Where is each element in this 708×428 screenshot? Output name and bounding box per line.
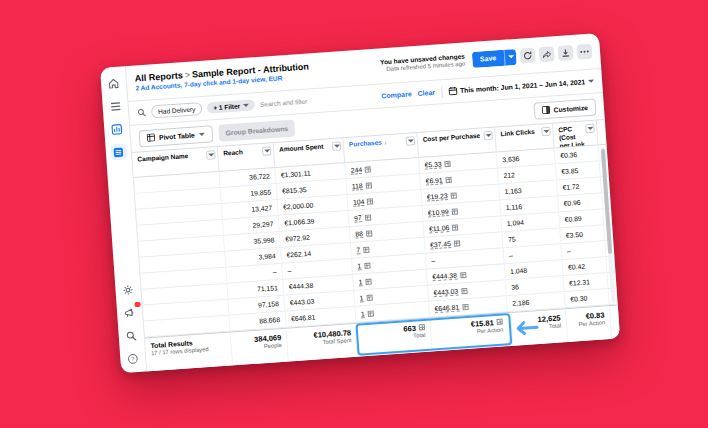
search-input[interactable]: Search and filter [260,93,377,108]
breakdown-grid-icon [454,240,460,246]
breakdown-grid-icon [365,278,371,284]
breakdown-grid-icon [496,319,502,325]
column-menu-button[interactable] [332,141,342,151]
breakdown-grid-icon [462,303,468,309]
cell-cpc: €1.72 [557,177,602,195]
menu-icon[interactable] [107,97,124,114]
cell-cpc: €0.96 [558,193,603,211]
caret-down-icon [208,153,214,156]
svg-text:?: ? [131,355,135,361]
customize-panel-icon [541,106,550,115]
notification-badge [134,302,140,307]
breakdown-grid-icon [450,192,456,198]
cell-cpc: €3.50 [560,225,605,243]
totals-label-cell: Total Results 17 / 17 rows displayed [145,333,233,372]
cell-cpc: €0.30 [565,289,610,307]
total-purchases-cell[interactable]: 663 Total [356,319,432,357]
had-delivery-chip[interactable]: Had Delivery [151,102,203,119]
customize-button[interactable]: Customize [533,98,596,119]
caret-down-icon [407,139,413,142]
col-header-reach[interactable]: Reach [218,143,276,171]
breakdown-grid-icon [367,310,373,316]
caret-down-icon [588,80,594,83]
breakdown-grid-icon [366,294,372,300]
total-reach-cell: 384,069 People [231,329,289,366]
caret-down-icon [508,55,514,58]
group-breakdowns-button: Group Breakdowns [218,119,296,141]
home-icon[interactable] [105,75,122,92]
search-icon [137,108,147,118]
total-spent-cell: €10,480.78 Total Spent [287,324,359,362]
breakdown-grid-icon [444,160,450,166]
sort-desc-icon: ↓ [383,138,387,145]
column-menu-button[interactable] [262,146,272,156]
export-download-button[interactable] [558,45,574,61]
search-rail-icon[interactable] [123,327,140,344]
breakdown-grid-icon [460,271,466,277]
cell-cpc: €12.31 [564,273,609,291]
cell-cpc: €0.36 [555,145,600,163]
cell-cpc: €3.85 [556,161,601,179]
ads-reporting-icon[interactable] [110,143,127,160]
date-range-picker[interactable]: This month: Jun 1, 2021 – Jun 14, 2021 [448,77,595,96]
col-header-amount-spent[interactable]: Amount Spent [274,138,346,167]
breakdown-grid-icon [365,182,371,188]
caret-down-icon [333,144,339,147]
report-table: Campaign Name Reach Amount Spent Purchas… [132,119,620,372]
column-menu-button[interactable] [406,136,416,146]
breakdown-grid-icon [365,166,371,172]
breakdown-grid-icon [419,324,425,330]
col-header-purchases[interactable]: Purchases ↓ [343,133,418,162]
column-menu-button[interactable] [206,150,216,160]
ads-reporting-window: ? All Reports>Sample Report - Attributio… [100,33,620,373]
caret-down-icon [243,104,249,107]
caret-down-icon [587,127,593,130]
breakdown-grid-icon [451,208,457,214]
callout-left-arrow-icon [513,320,540,336]
breakdown-grid-icon [445,176,451,182]
breakdown-grid-icon [364,214,370,220]
breakdown-grid-icon [367,198,373,204]
save-dropdown[interactable] [504,48,517,65]
divider [441,86,443,98]
caret-down-icon [264,149,270,152]
breakdown-grid-icon [452,224,458,230]
save-split-button[interactable]: Save [471,48,516,67]
caret-down-icon [485,134,491,137]
help-icon[interactable]: ? [124,350,141,367]
save-button[interactable]: Save [471,49,504,67]
caret-down-icon [543,130,549,133]
save-status: You have unsaved changes Data refreshed … [380,52,466,74]
more-options-button[interactable] [577,44,593,60]
col-header-cpc[interactable]: CPC (Cost per Link Click) [553,120,599,147]
breakdown-grid-icon [461,287,467,293]
column-menu-button[interactable] [483,131,493,141]
column-menu-button[interactable] [585,124,595,134]
column-menu-button[interactable] [541,127,551,137]
col-header-link-clicks[interactable]: Link Clicks [495,124,555,152]
pivot-table-icon [147,133,156,142]
breakdown-grid-icon [364,262,370,268]
total-cpp-cell[interactable]: €15.81 Per Action [430,313,510,351]
breakdown-grid-icon [363,246,369,252]
cell-cpc: €0.89 [559,209,604,227]
cell-cpc: €0.42 [563,257,608,275]
notifications-megaphone-icon[interactable] [121,304,138,321]
share-button[interactable] [539,46,555,62]
total-cpc-cell: €0.83 Per Action [566,306,612,342]
caret-down-icon [199,132,205,135]
calendar-icon [448,86,458,96]
filter-count-chip[interactable]: + 1 Filter [207,99,256,113]
pivot-table-button[interactable]: Pivot Table [138,125,213,147]
refresh-button[interactable] [520,48,536,64]
breakdown-grid-icon [366,230,372,236]
compare-link[interactable]: Compare [381,90,412,99]
ads-manager-icon[interactable] [108,120,125,137]
settings-gear-icon[interactable] [119,281,136,298]
date-range-text: This month: Jun 1, 2021 – Jun 14, 2021 [460,78,586,94]
cell-cpc: – [561,241,606,259]
clear-link[interactable]: Clear [417,89,435,97]
